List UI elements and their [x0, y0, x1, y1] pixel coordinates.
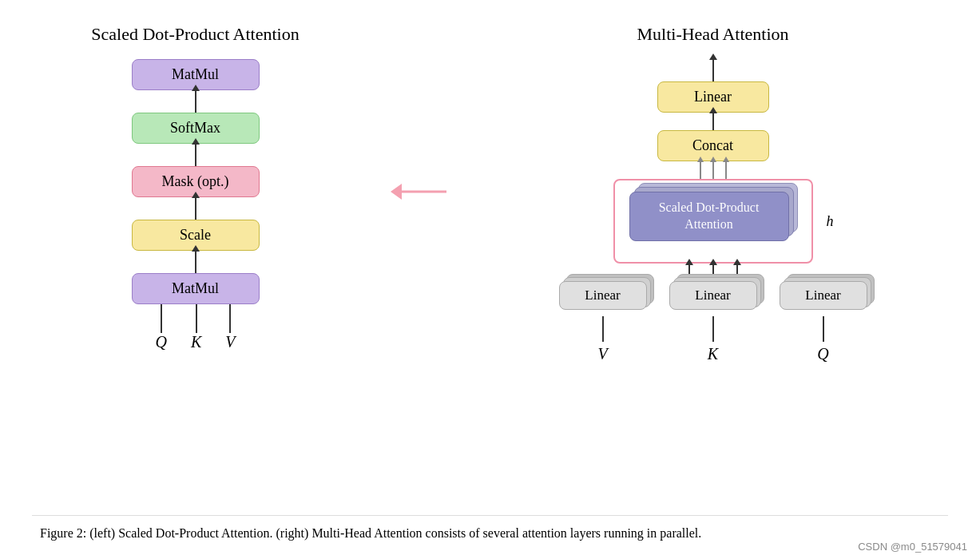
v-label: V	[225, 333, 235, 351]
diagrams-row: Scaled Dot-Product Attention MatMul Soft…	[32, 16, 948, 504]
q-input-label: Q	[817, 345, 828, 363]
vkq-row: V K Q	[559, 316, 867, 363]
k-label: K	[191, 333, 201, 351]
h-label: h	[827, 213, 834, 230]
arrow-matmul-softmax	[195, 90, 196, 113]
vkq-k: K	[669, 316, 757, 363]
pink-arrow	[391, 184, 446, 200]
v-arrow-line	[229, 304, 231, 333]
left-title: Scaled Dot-Product Attention	[91, 24, 299, 45]
top-output-arrow	[712, 59, 714, 81]
linear-q-box: Linear	[780, 281, 867, 310]
v-input-arrow	[602, 316, 604, 342]
mha-flow: Linear Concat h	[559, 59, 867, 363]
linear-v-stack: Linear	[559, 281, 647, 316]
linear-k-box: Linear	[669, 281, 757, 310]
arrow-softmax-mask	[195, 144, 196, 166]
concat-arrows	[700, 161, 727, 179]
sdp-main-box: Scaled Dot-ProductAttention	[629, 192, 789, 241]
linear-k-stack: Linear	[669, 281, 757, 316]
matmul-bottom-box: MatMul	[132, 273, 260, 304]
pink-arrow-shaft	[399, 191, 446, 193]
linear-concat-arrow	[712, 113, 714, 130]
v-input-label: V	[597, 345, 607, 363]
right-diagram: Multi-Head Attention Linear Concat	[506, 24, 921, 363]
pink-arrow-container	[387, 184, 450, 200]
linear-v-box: Linear	[559, 281, 647, 310]
arrow-scale-matmul	[195, 251, 196, 273]
left-diagram: Scaled Dot-Product Attention MatMul Soft…	[60, 24, 331, 351]
arrow-mask-scale	[195, 197, 196, 220]
q-arrow-line	[161, 304, 162, 333]
k-arrow-line	[196, 304, 197, 333]
tri-arrow-1	[700, 161, 701, 179]
vkq-q: Q	[780, 316, 867, 363]
sdp-label: Scaled Dot-ProductAttention	[659, 200, 760, 233]
caption: Figure 2: (left) Scaled Dot-Product Atte…	[32, 515, 948, 543]
linear-q-stack: Linear	[780, 281, 867, 316]
sdp-flow: MatMul SoftMax Mask (opt.) Scale MatMul	[100, 59, 292, 351]
right-title: Multi-Head Attention	[637, 24, 788, 45]
q-label: Q	[155, 333, 166, 351]
tri-arrow-3	[725, 161, 727, 179]
pink-box: h Scaled Dot-ProductAttention	[613, 179, 813, 264]
q-input-arrow	[823, 316, 824, 342]
tri-arrow-2	[712, 161, 714, 179]
vkq-v: V	[559, 316, 647, 363]
stacked-sdp: Scaled Dot-ProductAttention	[629, 192, 797, 248]
linear-group: Linear Linear Linear	[559, 281, 867, 316]
main-container: Scaled Dot-Product Attention MatMul Soft…	[0, 0, 980, 559]
k-input-arrow	[712, 316, 714, 342]
watermark: CSDN @m0_51579041	[858, 541, 967, 553]
k-input-label: K	[708, 345, 718, 363]
